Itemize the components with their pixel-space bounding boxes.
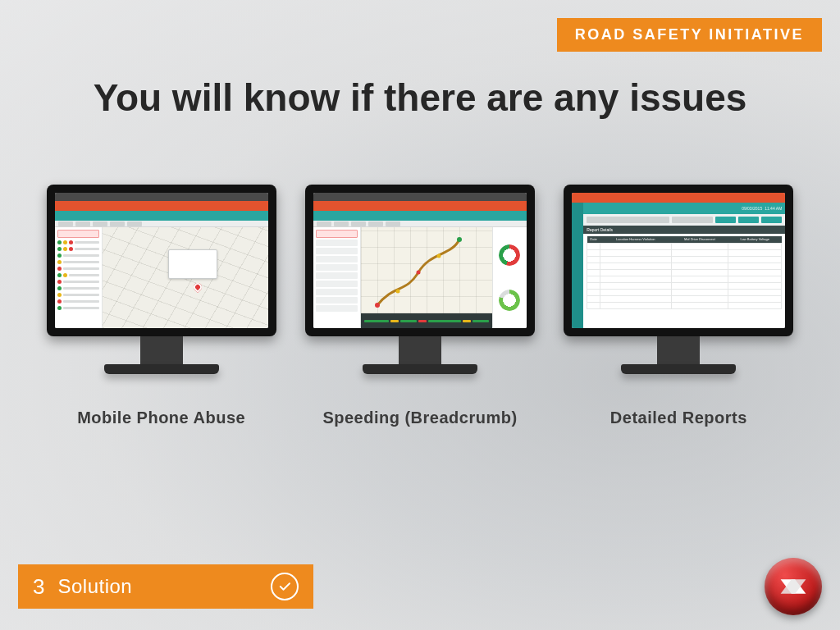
map-route-icon: [361, 227, 492, 313]
badge-road-safety: ROAD SAFETY INITIATIVE: [557, 18, 822, 52]
monitors-row: Mobile Phone Abuse: [41, 185, 799, 427]
svg-point-3: [436, 254, 441, 258]
svg-point-4: [457, 237, 462, 242]
caption-mobile-phone-abuse: Mobile Phone Abuse: [77, 409, 245, 427]
footer-label: Solution: [57, 575, 132, 598]
report-time: 11:44 AM: [765, 206, 782, 211]
caption-speeding-breadcrumb: Speeding (Breadcrumb): [322, 409, 517, 427]
report-table: Date Location Harness Violation Mid Driv…: [583, 234, 785, 328]
slide-headline: You will know if there are any issues: [0, 75, 840, 120]
svg-point-2: [416, 271, 420, 275]
report-date: 09/03/2015: [742, 206, 762, 211]
monitor-mobile-phone-abuse: Mobile Phone Abuse: [41, 185, 281, 427]
screen-detailed-reports: 09/03/2015 11:44 AM: [572, 193, 785, 328]
caption-detailed-reports: Detailed Reports: [610, 409, 747, 427]
map-icon: [103, 227, 268, 328]
report-title: Report Details: [583, 226, 785, 234]
checkmark-circle-icon: [271, 573, 299, 600]
donut-chart-icon: [499, 244, 520, 266]
monitor-detailed-reports: 09/03/2015 11:44 AM: [559, 185, 799, 427]
donut-chart-icon: [499, 290, 520, 311]
screen-speeding-breadcrumb: [313, 193, 527, 328]
footer-solution-bar: 3 Solution: [18, 564, 313, 609]
screen-mobile-phone-abuse: [55, 193, 268, 328]
map-pin-icon: [192, 281, 203, 293]
monitor-speeding-breadcrumb: Speeding (Breadcrumb): [299, 185, 540, 427]
svg-point-0: [375, 303, 380, 308]
brand-logo-icon: [765, 558, 822, 615]
svg-point-1: [395, 290, 399, 294]
footer-number: 3: [33, 574, 44, 600]
